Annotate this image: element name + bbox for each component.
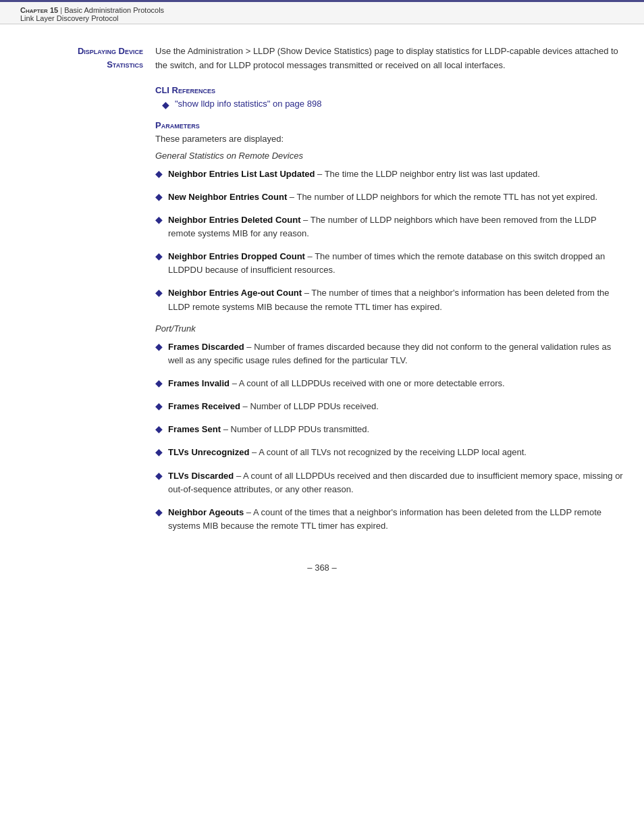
header-subpage: Link Layer Discovery Protocol	[20, 14, 624, 22]
item-content: Neighbor Entries List Last Updated – The…	[168, 167, 540, 181]
item-text: – The time the LLDP neighbor entry list …	[315, 169, 539, 179]
item-bold: Frames Discarded	[168, 342, 244, 352]
page-header: Chapter 15 | Basic Administration Protoc…	[0, 0, 644, 24]
item-text: – Number of LLDP PDUs transmitted.	[221, 424, 369, 434]
list-item: ◆ Neighbor Entries Dropped Count – The n…	[155, 250, 624, 277]
list-item: ◆ Frames Invalid – A count of all LLDPDU…	[155, 377, 624, 390]
bullet-diamond-icon: ◆	[155, 377, 163, 388]
header-line1: Chapter 15 | Basic Administration Protoc…	[20, 6, 624, 14]
parameters-intro: These parameters are displayed:	[155, 134, 624, 144]
item-content: Neighbor Entries Deleted Count – The num…	[168, 213, 624, 240]
bullet-diamond-icon: ◆	[162, 99, 169, 110]
item-text: – Number of LLDP PDUs received.	[240, 401, 379, 411]
list-item: ◆ Neighbor Ageouts – A count of the time…	[155, 506, 624, 533]
general-stats-list: ◆ Neighbor Entries List Last Updated – T…	[155, 167, 624, 314]
page-footer: – 368 –	[20, 563, 624, 586]
item-content: TLVs Discarded – A count of all LLDPDUs …	[168, 469, 624, 496]
list-item: ◆ TLVs Discarded – A count of all LLDPDU…	[155, 469, 624, 496]
item-bold: New Neighbor Entries Count	[168, 192, 287, 202]
bullet-diamond-icon: ◆	[155, 214, 163, 225]
section-label-line2: Statistics	[20, 58, 143, 72]
section-body: Use the Administration > LLDP (Show Devi…	[155, 45, 624, 542]
bullet-diamond-icon: ◆	[155, 446, 163, 457]
cli-link-item: ◆ "show lldp info statistics" on page 89…	[162, 99, 624, 110]
bullet-diamond-icon: ◆	[155, 168, 163, 179]
item-bold: Neighbor Entries Age-out Count	[168, 288, 302, 298]
list-item: ◆ Neighbor Entries Deleted Count – The n…	[155, 213, 624, 240]
section-label-line1: Displaying Device	[20, 45, 143, 58]
item-text: – A count of all LLDPDUs received with o…	[230, 378, 505, 388]
item-bold: Frames Invalid	[168, 378, 230, 388]
bullet-diamond-icon: ◆	[155, 251, 163, 261]
section-label: Displaying Device Statistics	[20, 45, 155, 542]
item-content: Neighbor Entries Age-out Count – The num…	[168, 286, 624, 313]
bullet-diamond-icon: ◆	[155, 423, 163, 434]
item-bold: Frames Received	[168, 401, 240, 411]
item-content: New Neighbor Entries Count – The number …	[168, 190, 597, 204]
list-item: ◆ New Neighbor Entries Count – The numbe…	[155, 190, 624, 204]
item-bold: TLVs Discarded	[168, 471, 234, 481]
general-stats-heading: General Statistics on Remote Devices	[155, 151, 624, 161]
list-item: ◆ Neighbor Entries Age-out Count – The n…	[155, 286, 624, 313]
item-text: – The number of LLDP neighbors for which…	[287, 192, 597, 202]
list-item: ◆ Neighbor Entries List Last Updated – T…	[155, 167, 624, 181]
item-bold: Neighbor Entries Deleted Count	[168, 215, 300, 225]
bullet-diamond-icon: ◆	[155, 470, 163, 481]
bullet-diamond-icon: ◆	[155, 400, 163, 411]
bullet-diamond-icon: ◆	[155, 287, 163, 298]
page-content: Displaying Device Statistics Use the Adm…	[0, 24, 644, 606]
item-content: Frames Invalid – A count of all LLDPDUs …	[168, 377, 505, 390]
list-item: ◆ TLVs Unrecognized – A count of all TLV…	[155, 446, 624, 459]
item-text: – A count of all LLDPDUs received and th…	[168, 471, 623, 494]
chapter-label: Chapter 15	[20, 6, 58, 14]
item-content: Frames Discarded – Number of frames disc…	[168, 340, 624, 367]
bullet-diamond-icon: ◆	[155, 506, 163, 517]
item-content: Frames Sent – Number of LLDP PDUs transm…	[168, 423, 369, 436]
cli-references-title: CLI References	[155, 85, 624, 95]
parameters-title: Parameters	[155, 120, 624, 130]
main-section: Displaying Device Statistics Use the Adm…	[20, 45, 624, 542]
port-stats-list: ◆ Frames Discarded – Number of frames di…	[155, 340, 624, 533]
intro-text: Use the Administration > LLDP (Show Devi…	[155, 45, 624, 73]
port-trunk-heading: Port/Trunk	[155, 323, 624, 334]
cli-link[interactable]: "show lldp info statistics" on page 898	[175, 99, 321, 109]
item-bold: Neighbor Entries Dropped Count	[168, 251, 305, 261]
header-chapter-title: Basic Administration Protocols	[64, 6, 164, 14]
bullet-diamond-icon: ◆	[155, 341, 163, 352]
item-bold: Frames Sent	[168, 424, 221, 434]
item-text: – A count of all TLVs not recognized by …	[249, 447, 526, 457]
item-content: Frames Received – Number of LLDP PDUs re…	[168, 400, 379, 413]
item-bold: Neighbor Entries List Last Updated	[168, 169, 315, 179]
item-content: Neighbor Entries Dropped Count – The num…	[168, 250, 624, 277]
bullet-diamond-icon: ◆	[155, 191, 163, 202]
list-item: ◆ Frames Discarded – Number of frames di…	[155, 340, 624, 367]
list-item: ◆ Frames Received – Number of LLDP PDUs …	[155, 400, 624, 413]
item-bold: TLVs Unrecognized	[168, 447, 249, 457]
list-item: ◆ Frames Sent – Number of LLDP PDUs tran…	[155, 423, 624, 436]
item-content: Neighbor Ageouts – A count of the times …	[168, 506, 624, 533]
item-bold: Neighbor Ageouts	[168, 507, 244, 517]
item-content: TLVs Unrecognized – A count of all TLVs …	[168, 446, 527, 459]
